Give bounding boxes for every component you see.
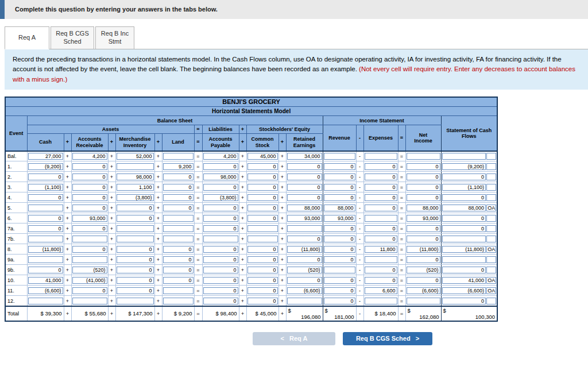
merchandise-inventory-input[interactable]: 0 <box>117 287 154 294</box>
net-income-input[interactable]: 0 <box>407 225 440 232</box>
cash-flow-activity-input[interactable] <box>486 256 496 263</box>
cash-flow-activity-input[interactable]: OA <box>486 246 496 253</box>
cash-input[interactable]: 41,000 <box>28 277 63 284</box>
net-income-input[interactable]: 0 <box>407 236 440 242</box>
retained-earnings-input[interactable]: 0 <box>287 184 322 191</box>
revenue-input[interactable]: 93,000 <box>324 215 355 222</box>
cash-flow-activity-input[interactable] <box>486 298 496 304</box>
cash-flow-activity-input[interactable] <box>486 215 496 222</box>
cash-flow-amount-input[interactable]: 88,000 <box>442 205 486 211</box>
merchandise-inventory-input[interactable] <box>117 163 154 170</box>
common-stock-input[interactable]: 45,000 <box>247 153 278 160</box>
cash-flow-amount-input[interactable]: 0 <box>442 173 486 180</box>
merchandise-inventory-input[interactable]: 0 <box>117 267 154 273</box>
net-income-input[interactable]: 88,000 <box>407 205 440 211</box>
cash-input[interactable]: 0 <box>28 215 63 222</box>
accounts-receivable-input[interactable]: 4,200 <box>72 153 107 160</box>
common-stock-input[interactable]: 0 <box>247 267 278 273</box>
revenue-input[interactable]: 0 <box>324 298 355 304</box>
accounts-receivable-input[interactable]: 93,000 <box>72 215 107 222</box>
land-input[interactable]: 0 <box>163 246 194 253</box>
revenue-input[interactable]: 0 <box>324 256 355 263</box>
net-income-input[interactable]: 0 <box>407 277 440 284</box>
common-stock-input[interactable]: 0 <box>247 163 278 170</box>
accounts-receivable-input[interactable]: 0 <box>72 287 107 294</box>
cash-flow-activity-input[interactable] <box>486 225 496 232</box>
accounts-receivable-input[interactable]: 0 <box>72 194 107 201</box>
cash-flow-activity-input[interactable]: OA <box>486 287 496 294</box>
cash-flow-amount-input[interactable]: 41,000 <box>442 277 486 284</box>
req-b-cgs-sched-nav-button[interactable]: Req B CGS Sched > <box>343 332 432 345</box>
accounts-payable-input[interactable]: 98,000 <box>203 173 238 180</box>
expenses-input[interactable]: 0 <box>365 225 397 232</box>
accounts-payable-input[interactable]: 4,200 <box>203 153 238 160</box>
merchandise-inventory-input[interactable]: (3,800) <box>117 194 154 201</box>
accounts-payable-input[interactable]: 0 <box>203 277 238 284</box>
accounts-receivable-input[interactable] <box>72 236 107 242</box>
retained-earnings-input[interactable]: 0 <box>287 277 322 284</box>
merchandise-inventory-input[interactable]: 0 <box>117 205 154 211</box>
revenue-input[interactable]: 0 <box>324 194 355 201</box>
merchandise-inventory-input[interactable]: 52,000 <box>117 153 154 160</box>
net-income-input[interactable]: 93,000 <box>407 215 440 222</box>
accounts-receivable-input[interactable]: 0 <box>72 163 107 170</box>
cash-flow-activity-input[interactable] <box>486 267 496 273</box>
accounts-receivable-input[interactable]: 0 <box>72 225 107 232</box>
accounts-payable-input[interactable]: 0 <box>203 246 238 253</box>
retained-earnings-input[interactable]: 88,000 <box>287 205 322 211</box>
net-income-input[interactable]: (11,800) <box>407 246 440 253</box>
accounts-payable-input[interactable]: 0 <box>203 163 238 170</box>
accounts-receivable-input[interactable]: 0 <box>72 205 107 211</box>
net-income-input[interactable]: 0 <box>407 256 440 263</box>
merchandise-inventory-input[interactable] <box>117 225 154 232</box>
cash-flow-amount-input[interactable]: (1,100) <box>442 184 486 191</box>
accounts-payable-input[interactable]: (3,800) <box>203 194 238 201</box>
cash-input[interactable] <box>28 256 63 263</box>
accounts-payable-input[interactable] <box>203 236 238 242</box>
land-input[interactable]: 0 <box>163 267 194 273</box>
accounts-payable-input[interactable]: 0 <box>203 184 238 191</box>
cash-flow-amount-input[interactable] <box>442 153 486 160</box>
land-input[interactable]: 0 <box>163 277 194 284</box>
accounts-payable-input[interactable]: 0 <box>203 205 238 211</box>
cash-flow-amount-input[interactable]: 0 <box>442 215 486 222</box>
cash-flow-activity-input[interactable] <box>486 236 496 242</box>
accounts-receivable-input[interactable]: (41,000) <box>72 277 107 284</box>
net-income-input[interactable] <box>407 153 440 160</box>
common-stock-input[interactable]: 0 <box>247 246 278 253</box>
expenses-input[interactable]: 0 <box>365 277 397 284</box>
land-input[interactable] <box>163 298 194 304</box>
accounts-payable-input[interactable]: 0 <box>203 298 238 304</box>
cash-flow-amount-input[interactable]: (6,600) <box>442 287 486 294</box>
revenue-input[interactable]: 0 <box>324 225 355 232</box>
land-input[interactable] <box>163 236 194 242</box>
cash-input[interactable]: (11,800) <box>28 246 63 253</box>
revenue-input[interactable] <box>324 267 355 273</box>
cash-input[interactable] <box>28 236 63 242</box>
revenue-input[interactable]: 0 <box>324 287 355 294</box>
tab-req-a[interactable]: Req A <box>5 26 49 49</box>
expenses-input[interactable] <box>365 298 397 304</box>
cash-input[interactable] <box>28 205 63 211</box>
cash-flow-amount-input[interactable] <box>442 256 486 263</box>
revenue-input[interactable] <box>324 153 355 160</box>
expenses-input[interactable] <box>365 215 397 222</box>
common-stock-input[interactable]: 0 <box>247 173 278 180</box>
retained-earnings-input[interactable]: 93,000 <box>287 215 322 222</box>
common-stock-input[interactable]: 0 <box>247 184 278 191</box>
revenue-input[interactable]: 0 <box>324 236 355 242</box>
expenses-input[interactable] <box>365 256 397 263</box>
cash-flow-activity-input[interactable] <box>486 163 496 170</box>
retained-earnings-input[interactable]: (520) <box>287 267 322 273</box>
cash-input[interactable]: (1,100) <box>28 184 63 191</box>
accounts-payable-input[interactable]: 0 <box>203 287 238 294</box>
land-input[interactable] <box>163 153 194 160</box>
tab-req-b-inc-stmt[interactable]: Req B Inc Stmt <box>95 26 134 49</box>
land-input[interactable]: 0 <box>163 173 194 180</box>
merchandise-inventory-input[interactable]: 98,000 <box>117 173 154 180</box>
revenue-input[interactable]: 88,000 <box>324 205 355 211</box>
merchandise-inventory-input[interactable] <box>117 298 154 304</box>
tab-req-b-cgs-sched[interactable]: Req B CGS Sched <box>51 26 94 49</box>
net-income-input[interactable] <box>407 298 440 304</box>
land-input[interactable]: 0 <box>163 194 194 201</box>
